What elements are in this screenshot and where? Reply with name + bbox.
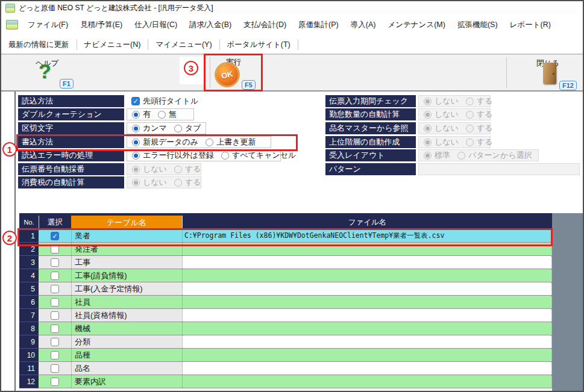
header-no: No. (19, 216, 39, 229)
quotation-yes-radio[interactable] (132, 111, 140, 119)
table-row[interactable]: 10 品種 (19, 349, 552, 362)
row-select-checkbox[interactable] (51, 272, 59, 280)
table-name-cell[interactable]: 品名 (71, 362, 182, 375)
help-icon[interactable]: ? (39, 60, 51, 83)
file-name-cell[interactable] (182, 375, 551, 388)
file-name-cell[interactable]: C:¥Program Files (x86)¥KDW¥DotGenkaNEOCl… (182, 229, 551, 242)
help-fkey-badge: F1 (60, 79, 74, 89)
quotation-no-radio[interactable] (158, 111, 166, 119)
form-row-delimiter: 区切文字 カンマ タブ (18, 122, 206, 134)
menu-purchase-daily[interactable]: 仕入/日報(C) (128, 14, 183, 35)
table-row[interactable]: 12 要素内訳 (19, 375, 552, 388)
file-name-cell[interactable] (182, 282, 551, 295)
period-check-no-radio (424, 98, 432, 105)
portal-site-button[interactable]: ポータルサイト(T) (220, 35, 298, 54)
file-name-cell[interactable] (182, 322, 551, 335)
error-cancel-all-radio[interactable] (221, 152, 229, 160)
row-select-checkbox[interactable] (51, 285, 59, 293)
option-label: しない (435, 123, 459, 134)
row-select-checkbox[interactable] (51, 245, 59, 254)
table-name-cell[interactable]: 社員 (71, 296, 182, 308)
table-row[interactable]: 1 ✓ 業者 C:¥Program Files (x86)¥KDW¥DotGen… (19, 229, 552, 243)
delimiter-comma-radio[interactable] (132, 125, 140, 132)
option-label: する (477, 109, 493, 120)
execute-ok-icon[interactable]: OK (216, 64, 238, 86)
execute-fkey-badge: F5 (242, 80, 256, 90)
row-select-checkbox[interactable] (51, 351, 59, 359)
row-select-checkbox[interactable] (51, 258, 59, 267)
table-name-cell[interactable]: 工事(請負情報) (71, 269, 182, 282)
menu-payment-accounting[interactable]: 支払/会計(D) (237, 14, 292, 35)
error-register-others-radio[interactable] (132, 152, 140, 160)
write-new-only-radio[interactable] (132, 138, 140, 146)
menu-estimate-budget[interactable]: 見積/予算(E) (74, 14, 128, 35)
option-label: しない (435, 109, 459, 120)
table-row[interactable]: 8 機械 (19, 322, 552, 335)
first-row-title-checkbox[interactable]: ✓ (131, 97, 140, 105)
form-row-slip-period-check: 伝票入力期間チェック しない する (325, 95, 491, 107)
row-number: 3 (19, 256, 39, 269)
table-row[interactable]: 11 品名 (19, 362, 552, 375)
menu-extensions[interactable]: 拡張機能(S) (451, 14, 504, 35)
table-name-cell[interactable]: 発注者 (71, 243, 182, 255)
navi-menu-button[interactable]: ナビメニュー(N) (77, 35, 148, 54)
form-row-double-quotation: ダブルクォーテション 有 無 (18, 108, 194, 120)
ok-icon-text: OK (221, 69, 234, 81)
row-select-checkbox[interactable] (51, 364, 59, 373)
table-name-cell[interactable]: 業者 (71, 229, 182, 242)
option-label: する (185, 177, 201, 188)
row-select-checkbox[interactable] (51, 311, 59, 320)
layout-pattern-radio (457, 152, 465, 160)
field-label: 書込方法 (18, 136, 124, 148)
file-name-cell[interactable] (182, 335, 551, 348)
row-select-checkbox[interactable]: ✓ (51, 232, 59, 240)
title-bar: どっと原価 NEO ST どっと建設株式会社 - [汎用データ受入] (1, 1, 583, 14)
row-select-checkbox[interactable] (51, 298, 59, 306)
menu-setup[interactable]: 導入(A) (345, 14, 382, 35)
table-row[interactable]: 2 発注者 (19, 243, 552, 256)
table-name-cell[interactable]: 社員(資格情報) (71, 309, 182, 322)
menu-file[interactable]: ファイル(F) (22, 14, 74, 35)
table-row[interactable]: 9 分類 (19, 335, 552, 349)
table-name-cell[interactable]: 工事(入金予定情報) (71, 282, 182, 295)
attendance-no-radio (424, 111, 432, 119)
file-name-cell[interactable] (182, 349, 551, 361)
file-name-cell[interactable] (182, 256, 551, 269)
file-name-cell[interactable] (182, 296, 551, 308)
menu-maintenance[interactable]: メンテナンス(M) (381, 14, 451, 35)
table-row[interactable]: 7 社員(資格情報) (19, 309, 552, 322)
table-row[interactable]: 5 工事(入金予定情報) (19, 282, 552, 296)
file-name-cell[interactable] (182, 309, 551, 322)
refresh-latest-button[interactable]: 最新の情報に更新 (1, 35, 77, 54)
separator (210, 57, 210, 89)
field-label: パターン (325, 163, 416, 175)
option-label: 無 (169, 109, 177, 120)
file-name-cell[interactable] (182, 243, 551, 255)
file-name-cell[interactable] (182, 362, 551, 375)
row-select-checkbox[interactable] (51, 325, 59, 333)
table-row[interactable]: 3 工事 (19, 256, 552, 269)
table-name-cell[interactable]: 分類 (71, 335, 182, 348)
option-label: 標準 (435, 150, 450, 161)
table-row[interactable]: 4 工事(請負情報) (19, 269, 552, 282)
menu-report[interactable]: レポート(R) (504, 14, 557, 35)
file-name-cell[interactable] (182, 269, 551, 282)
write-overwrite-radio[interactable] (206, 138, 213, 146)
table-row[interactable]: 6 社員 (19, 296, 552, 309)
option-label: する (477, 96, 493, 107)
menu-cost-totals[interactable]: 原価集計(P) (292, 14, 345, 35)
row-number: 8 (19, 322, 39, 335)
menu-billing-deposit[interactable]: 請求/入金(B) (183, 14, 237, 35)
option-label: パターンから選択 (468, 150, 532, 161)
delimiter-tab-radio[interactable] (174, 125, 182, 132)
row-select-checkbox[interactable] (51, 338, 59, 346)
table-name-cell[interactable]: 工事 (71, 256, 182, 269)
row-number: 11 (19, 362, 39, 375)
app-menu-icon[interactable] (6, 20, 18, 30)
table-name-cell[interactable]: 機械 (71, 322, 182, 335)
close-door-icon[interactable] (543, 63, 556, 84)
table-name-cell[interactable]: 要素内訳 (71, 375, 182, 388)
row-select-checkbox[interactable] (51, 378, 59, 386)
my-menu-button[interactable]: マイメニュー(Y) (148, 35, 219, 54)
table-name-cell[interactable]: 品種 (71, 349, 182, 361)
